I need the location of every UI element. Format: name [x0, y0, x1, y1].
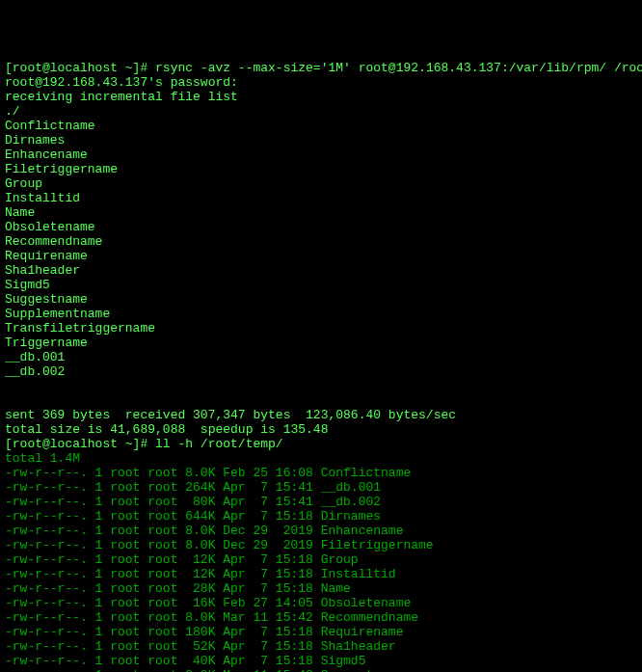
ll-total: total 1.4M [5, 451, 80, 466]
rsync-file: Supplementname [5, 307, 110, 321]
rsync-file: Dirnames [5, 133, 65, 148]
rsync-file: __db.002 [5, 364, 65, 379]
ll-row: -rw-r--r--. 1 root root 8.0K Mar 11 15:4… [5, 610, 418, 625]
rsync-file: Filetriggername [5, 162, 118, 176]
ll-row: -rw-r--r--. 1 root root 16K Feb 27 14:05… [5, 596, 411, 610]
blank-1 [5, 393, 13, 408]
prompt-2: [root@localhost ~]# [5, 437, 155, 451]
cmd-rsync: rsync -avz --max-size='1M' root@192.168.… [155, 61, 642, 75]
recv-header: receiving incremental file list [5, 90, 238, 104]
cmd-ll: ll -h /root/temp/ [155, 437, 283, 451]
ll-row: -rw-r--r--. 1 root root 8.0K Mar 11 15:4… [5, 668, 403, 672]
rsync-file: Group [5, 176, 42, 191]
ll-row: -rw-r--r--. 1 root root 80K Apr 7 15:41 … [5, 495, 381, 509]
rsync-file: Obsoletename [5, 220, 95, 234]
rsync-file: Conflictname [5, 119, 95, 133]
ll-row: -rw-r--r--. 1 root root 264K Apr 7 15:41… [5, 480, 381, 495]
rsync-file: Sha1header [5, 263, 80, 278]
ll-row: -rw-r--r--. 1 root root 8.0K Feb 25 16:0… [5, 466, 411, 480]
password-prompt: root@192.168.43.137's password: [5, 75, 238, 90]
ll-row: -rw-r--r--. 1 root root 12K Apr 7 15:18 … [5, 567, 396, 581]
rsync-file: Sigmd5 [5, 278, 50, 292]
rsync-file: Triggername [5, 336, 88, 350]
stats-total: total size is 41,689,088 speedup is 135.… [5, 422, 328, 437]
rsync-file: Enhancename [5, 148, 88, 162]
prompt-1: [root@localhost ~]# [5, 61, 155, 75]
rsync-file: Suggestname [5, 292, 88, 307]
ll-row: -rw-r--r--. 1 root root 12K Apr 7 15:18 … [5, 552, 359, 567]
rsync-file: Transfiletriggername [5, 321, 155, 336]
dot-slash: ./ [5, 104, 20, 119]
ll-row: -rw-r--r--. 1 root root 52K Apr 7 15:18 … [5, 639, 396, 654]
rsync-file: Name [5, 205, 35, 220]
ll-row: -rw-r--r--. 1 root root 180K Apr 7 15:18… [5, 625, 403, 639]
rsync-file: __db.001 [5, 350, 65, 364]
ll-row: -rw-r--r--. 1 root root 8.0K Dec 29 2019… [5, 524, 403, 538]
ll-listing: -rw-r--r--. 1 root root 8.0K Feb 25 16:0… [5, 466, 637, 672]
rsync-file-list: Conflictname Dirnames Enhancename Filetr… [5, 119, 637, 379]
ll-row: -rw-r--r--. 1 root root 40K Apr 7 15:18 … [5, 654, 365, 668]
rsync-file: Recommendname [5, 234, 102, 249]
ll-row: -rw-r--r--. 1 root root 644K Apr 7 15:18… [5, 509, 381, 524]
rsync-file: Requirename [5, 249, 88, 263]
rsync-file: Installtid [5, 191, 80, 205]
ll-row: -rw-r--r--. 1 root root 8.0K Dec 29 2019… [5, 538, 434, 552]
terminal[interactable]: [root@localhost ~]# rsync -avz --max-siz… [5, 61, 637, 672]
ll-row: -rw-r--r--. 1 root root 28K Apr 7 15:18 … [5, 581, 351, 596]
stats-sent: sent 369 bytes received 307,347 bytes 12… [5, 408, 456, 422]
